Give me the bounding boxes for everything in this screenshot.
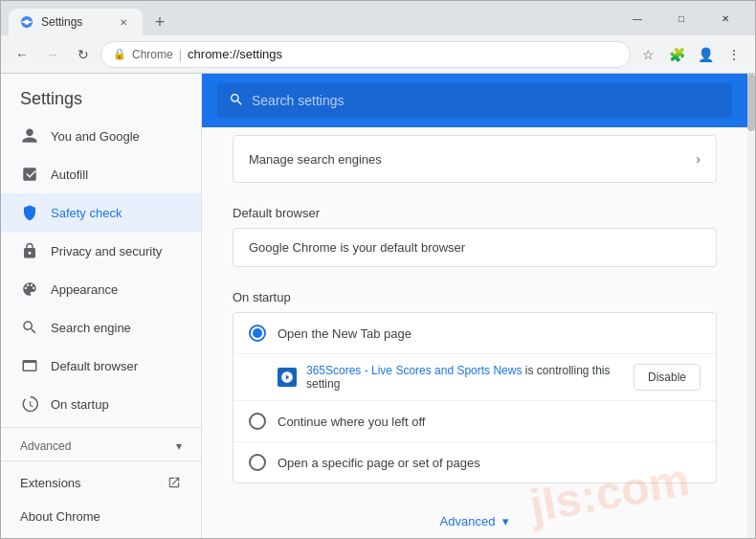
sidebar-item-about-chrome[interactable]: About Chrome — [1, 500, 201, 533]
advanced-footer-label: Advanced — [440, 514, 496, 528]
on-startup-title: On startup — [233, 290, 717, 304]
sidebar-item-autofill[interactable]: Autofill — [1, 155, 201, 193]
advanced-arrow-icon: ▾ — [176, 439, 182, 453]
disable-button[interactable]: Disable — [634, 364, 700, 391]
minimize-button[interactable]: — — [615, 1, 659, 35]
back-button[interactable]: ← — [9, 41, 35, 68]
startup-option-label: Open a specific page or set of pages — [278, 456, 700, 470]
sidebar-item-extensions[interactable]: Extensions — [1, 465, 201, 500]
maximize-button[interactable]: □ — [659, 1, 703, 35]
external-link-icon — [167, 475, 182, 490]
on-startup-section: On startup Open the New Tab page — [202, 290, 747, 499]
manage-search-engines-row[interactable]: Manage search engines › — [233, 136, 716, 182]
manage-search-section: Manage search engines › — [202, 127, 747, 183]
sidebar-item-you-and-google[interactable]: You and Google — [1, 117, 201, 155]
url-bar[interactable]: 🔒 Chrome | chrome://settings — [100, 41, 631, 68]
close-button[interactable]: ✕ — [703, 1, 747, 35]
sidebar-item-search-engine[interactable]: Search engine — [1, 308, 201, 347]
url-text: chrome://settings — [188, 47, 282, 61]
window-controls: — □ ✕ — [615, 1, 747, 35]
tab-close-button[interactable]: ✕ — [116, 14, 131, 30]
refresh-button[interactable]: ↻ — [70, 41, 97, 68]
title-bar: Settings ✕ + — □ ✕ — [1, 1, 755, 35]
account-button[interactable]: 👤 — [692, 41, 719, 68]
default-browser-card: Google Chrome is your default browser — [233, 228, 717, 267]
sidebar-advanced[interactable]: Advanced ▾ — [1, 432, 201, 457]
shield-icon — [20, 203, 39, 222]
active-tab[interactable]: Settings ✕ — [9, 9, 143, 35]
browser-window: Settings ✕ + — □ ✕ ← → ↻ 🔒 Chrome | chro… — [0, 0, 756, 539]
extension-icon — [278, 368, 297, 387]
sidebar-item-label: Privacy and security — [51, 244, 182, 258]
sidebar-item-label: Search engine — [51, 321, 182, 335]
startup-card: Open the New Tab page 365Scores - Live S… — [233, 312, 717, 483]
search-input-wrap[interactable] — [217, 83, 732, 118]
extension-notification: 365Scores - Live Scores and Sports News … — [233, 354, 716, 401]
sidebar-item-default-browser[interactable]: Default browser — [1, 347, 201, 385]
bookmark-button[interactable]: ☆ — [634, 41, 661, 68]
address-bar: ← → ↻ 🔒 Chrome | chrome://settings ☆ 🧩 👤… — [1, 35, 755, 74]
url-separator: | — [179, 47, 182, 61]
default-browser-title: Default browser — [233, 206, 717, 220]
advanced-footer-arrow-icon: ▾ — [502, 514, 509, 528]
search-input[interactable] — [252, 93, 721, 108]
scrollbar-thumb — [747, 74, 755, 131]
new-tab-button[interactable]: + — [146, 9, 173, 35]
startup-option-specific-page[interactable]: Open a specific page or set of pages — [233, 442, 716, 483]
radio-specific — [249, 454, 266, 471]
menu-button[interactable]: ⋮ — [721, 41, 747, 68]
radio-inner — [253, 328, 262, 338]
startup-option-label: Open the New Tab page — [278, 326, 700, 341]
sidebar-item-label: Appearance — [51, 282, 182, 297]
content-inner: Manage search engines › Default browser … — [202, 127, 747, 538]
sidebar-item-label: Autofill — [51, 168, 182, 182]
chrome-label: Chrome — [132, 48, 173, 61]
sidebar-item-label: Safety check — [51, 206, 182, 220]
radio-continue — [249, 413, 266, 430]
extensions-button[interactable]: 🧩 — [663, 41, 690, 68]
toolbar-actions: ☆ 🧩 👤 ⋮ — [634, 41, 747, 68]
forward-button[interactable]: → — [39, 41, 66, 68]
person-icon — [20, 126, 39, 146]
manage-search-engines-label: Manage search engines — [249, 152, 696, 167]
right-scrollbar[interactable] — [747, 74, 755, 538]
startup-option-label: Continue where you left off — [278, 415, 700, 429]
sidebar-divider — [1, 427, 201, 428]
tab-favicon — [20, 15, 33, 29]
advanced-label: Advanced — [20, 439, 71, 453]
sidebar-item-label: You and Google — [51, 129, 182, 144]
sidebar-title: Settings — [1, 74, 201, 117]
default-browser-icon — [20, 356, 39, 375]
tab-bar: Settings ✕ + — [9, 1, 615, 35]
startup-option-continue[interactable]: Continue where you left off — [233, 401, 716, 442]
sidebar-item-appearance[interactable]: Appearance — [1, 270, 201, 308]
search-icon — [20, 318, 39, 337]
search-bar — [202, 74, 747, 127]
radio-new-tab — [249, 325, 266, 342]
sidebar-item-label: On startup — [51, 397, 182, 412]
search-icon — [229, 92, 244, 110]
default-browser-text: Google Chrome is your default browser — [249, 240, 465, 255]
extensions-label: Extensions — [20, 476, 155, 490]
browser-content: Settings You and Google Autofill — [1, 74, 755, 538]
startup-icon — [20, 394, 39, 414]
privacy-icon — [20, 241, 39, 260]
autofill-icon — [20, 165, 39, 184]
sidebar: Settings You and Google Autofill — [1, 74, 202, 538]
sidebar-divider-2 — [1, 460, 201, 461]
sidebar-item-on-startup[interactable]: On startup — [1, 385, 201, 423]
main-panel: Manage search engines › Default browser … — [202, 74, 747, 538]
appearance-icon — [20, 280, 39, 299]
sidebar-item-label: Default browser — [51, 359, 182, 373]
content-area: Manage search engines › Default browser … — [202, 127, 747, 538]
advanced-footer[interactable]: Advanced ▾ — [202, 499, 747, 538]
extension-name[interactable]: 365Scores - Live Scores and Sports News — [306, 364, 522, 377]
lock-icon: 🔒 — [113, 48, 126, 60]
sidebar-item-privacy[interactable]: Privacy and security — [1, 232, 201, 270]
sidebar-item-safety-check[interactable]: Safety check — [1, 193, 201, 232]
default-browser-section: Default browser Google Chrome is your de… — [202, 191, 747, 290]
manage-search-arrow-icon: › — [696, 151, 700, 167]
about-chrome-label: About Chrome — [20, 509, 182, 524]
startup-option-new-tab[interactable]: Open the New Tab page — [233, 313, 716, 354]
manage-search-engines-card[interactable]: Manage search engines › — [233, 135, 717, 183]
